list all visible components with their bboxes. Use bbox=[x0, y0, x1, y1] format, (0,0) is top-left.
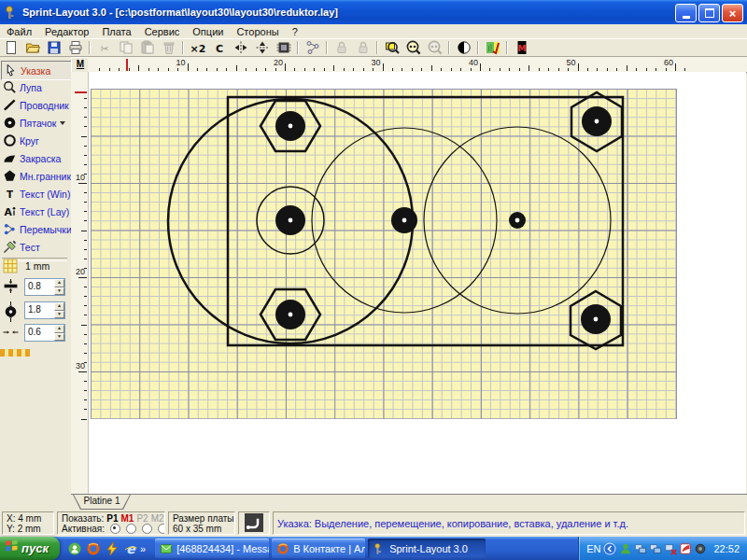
tray-net-icon[interactable] bbox=[634, 542, 647, 555]
pad-size-spinner[interactable]: 1.8 ▲▼ bbox=[24, 301, 65, 319]
active-layer-radio-2[interactable] bbox=[126, 524, 136, 534]
layer-M2[interactable]: M2 bbox=[151, 513, 164, 524]
canvas[interactable] bbox=[88, 72, 746, 494]
zoom-selection-button[interactable] bbox=[402, 39, 424, 56]
duplicate-button[interactable]: ×2 bbox=[187, 39, 208, 56]
tool-circle[interactable]: Круг bbox=[1, 132, 70, 149]
language-indicator[interactable]: EN bbox=[586, 543, 600, 554]
spin-down-icon[interactable]: ▼ bbox=[54, 311, 64, 319]
save-button[interactable] bbox=[43, 39, 64, 56]
connections-icon bbox=[305, 40, 320, 55]
macro-m-button[interactable]: M bbox=[511, 39, 532, 56]
board-tab[interactable]: Platine 1 bbox=[73, 495, 131, 510]
tool-text-lay[interactable]: A Текст (Lay) bbox=[1, 203, 70, 220]
toolbar-separator bbox=[326, 41, 328, 54]
layer-M1[interactable]: M1 bbox=[121, 513, 134, 524]
tool-pointer[interactable]: Указка bbox=[1, 61, 72, 80]
pad-drill-spinner[interactable]: 0.6 ▲▼ bbox=[24, 324, 65, 342]
menu-item-options[interactable]: Опции bbox=[186, 26, 230, 37]
new-button[interactable] bbox=[0, 39, 21, 56]
tool-pointer-label: Указка bbox=[21, 65, 50, 77]
tool-pad[interactable]: Пятачок bbox=[1, 114, 70, 132]
spin-down-icon[interactable]: ▼ bbox=[54, 333, 64, 342]
clock[interactable]: 22:52 bbox=[713, 543, 740, 554]
menubar: ФайлРедакторПлатаСервисОпцииСтороны? bbox=[0, 24, 747, 39]
tray-chevron-icon[interactable] bbox=[603, 542, 616, 555]
sprint-layout-window: Sprint-Layout 3.0 - [c:\postformat\layou… bbox=[0, 0, 747, 560]
tool-jumpers-label: Перемычки bbox=[20, 224, 72, 235]
bend-mode-panel[interactable] bbox=[238, 511, 270, 535]
tool-trace[interactable]: Проводник bbox=[1, 96, 70, 114]
chevron-down-icon[interactable] bbox=[60, 121, 65, 125]
connections-button[interactable] bbox=[302, 39, 323, 56]
menu-item-service[interactable]: Сервис bbox=[138, 26, 187, 37]
cut-button[interactable]: ✂ bbox=[93, 39, 115, 56]
tool-test[interactable]: Тест bbox=[1, 238, 70, 256]
rotate-button[interactable]: C bbox=[208, 39, 230, 56]
copy-button[interactable] bbox=[115, 39, 136, 56]
menu-item-file[interactable]: Файл bbox=[0, 26, 38, 37]
tray-dm-icon[interactable] bbox=[679, 542, 692, 555]
mirror-v-icon bbox=[255, 40, 270, 55]
quick-launch-overflow[interactable]: » bbox=[140, 543, 146, 554]
photoview-button[interactable] bbox=[482, 39, 503, 56]
titlebar: Sprint-Layout 3.0 - [c:\postformat\layou… bbox=[0, 0, 747, 24]
tray-net-icon[interactable] bbox=[649, 542, 662, 555]
menu-item-board[interactable]: Плата bbox=[95, 26, 137, 37]
mirror-vertical-button[interactable] bbox=[251, 39, 273, 56]
lock-button[interactable] bbox=[331, 39, 352, 56]
menu-item-editor[interactable]: Редактор bbox=[38, 26, 95, 37]
quick-launch-firefox[interactable] bbox=[86, 541, 101, 556]
polygon-icon bbox=[1, 169, 18, 184]
tool-jumpers[interactable]: Перемычки bbox=[1, 220, 70, 238]
quick-launch-download-master[interactable] bbox=[105, 541, 120, 556]
quick-launch-internet-explorer[interactable]: e bbox=[123, 541, 138, 556]
toolbar-separator bbox=[477, 41, 479, 54]
grid-setting[interactable]: 1 mm bbox=[3, 258, 68, 274]
spin-up-icon[interactable]: ▲ bbox=[54, 302, 64, 311]
task-icq-message[interactable]: [468824434] - Messa... bbox=[155, 539, 269, 558]
zoom-previous-button[interactable] bbox=[424, 39, 445, 56]
start-button[interactable]: пуск bbox=[0, 537, 60, 560]
contrast-button[interactable] bbox=[453, 39, 474, 56]
grid-icon bbox=[3, 259, 18, 273]
tool-fill[interactable]: Закраска bbox=[1, 149, 70, 167]
quick-launch-qip[interactable] bbox=[67, 541, 82, 556]
macro-library-button[interactable] bbox=[273, 39, 294, 56]
active-layer-radio-4[interactable] bbox=[158, 524, 165, 534]
active-layer-radio-1[interactable] bbox=[110, 524, 120, 534]
menu-item-help[interactable]: ? bbox=[286, 26, 304, 37]
spin-down-icon[interactable]: ▼ bbox=[54, 287, 64, 296]
layer-P2[interactable]: P2 bbox=[136, 513, 148, 524]
print-button[interactable] bbox=[64, 39, 86, 56]
tool-polygon[interactable]: Мн.гранник bbox=[1, 167, 70, 185]
spin-up-icon[interactable]: ▲ bbox=[54, 325, 64, 333]
spin-up-icon[interactable]: ▲ bbox=[54, 279, 64, 287]
tool-text-win[interactable]: T Текст (Win) bbox=[1, 185, 70, 203]
active-layer-radio-3[interactable] bbox=[142, 524, 152, 534]
tool-trace-label: Проводник bbox=[20, 100, 69, 111]
delete-button[interactable] bbox=[158, 39, 179, 56]
menu-item-sides[interactable]: Стороны bbox=[230, 26, 285, 37]
tray-nonet-icon[interactable] bbox=[664, 542, 677, 555]
pad-icon bbox=[1, 116, 18, 131]
lock-macro-button[interactable] bbox=[352, 39, 374, 56]
open-button[interactable] bbox=[21, 39, 43, 56]
restore-button[interactable] bbox=[698, 4, 720, 22]
tray-cam-icon[interactable] bbox=[694, 542, 707, 555]
paste-button[interactable] bbox=[136, 39, 158, 56]
minimize-button[interactable] bbox=[675, 4, 697, 22]
tool-zoom[interactable]: Лупа bbox=[1, 78, 70, 96]
layer-P1[interactable]: P1 bbox=[106, 513, 118, 524]
cursor-y: Y: 2 mm bbox=[7, 524, 49, 534]
task-sprint-layout[interactable]: Sprint-Layout 3.0 bbox=[368, 539, 486, 558]
svg-text:A: A bbox=[4, 206, 12, 218]
track-width-spinner[interactable]: 0.8 ▲▼ bbox=[24, 278, 65, 296]
tray-user-icon[interactable] bbox=[619, 542, 632, 555]
close-button[interactable]: × bbox=[722, 4, 743, 22]
task-vkontakte[interactable]: В Контакте | Алексе... bbox=[272, 539, 365, 558]
mirror-horizontal-button[interactable] bbox=[230, 39, 251, 56]
svg-text:M: M bbox=[517, 44, 526, 53]
zoom-board-button[interactable] bbox=[381, 39, 402, 56]
task-vkontakte-label: В Контакте | Алексе... bbox=[293, 543, 365, 554]
